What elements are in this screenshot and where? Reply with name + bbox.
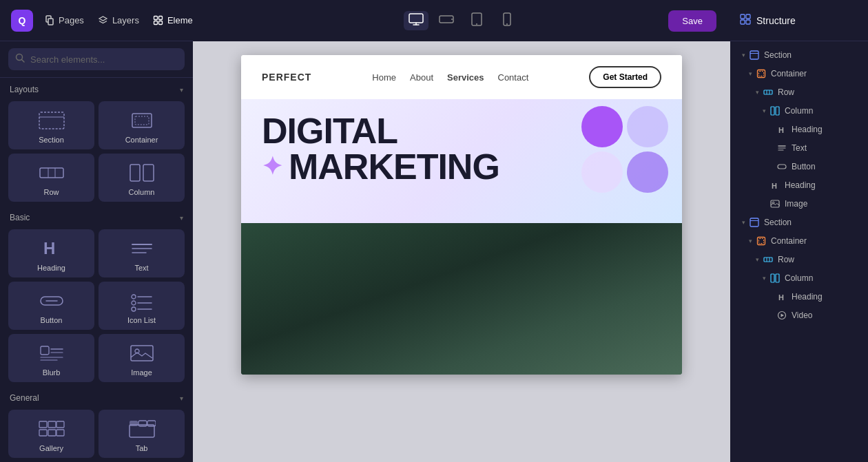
svg-rect-85: [778, 165, 786, 169]
tree-item-container-1[interactable]: ▾ Container: [733, 65, 865, 83]
gallery-element-icon: [38, 418, 65, 440]
element-text[interactable]: Text: [99, 229, 185, 277]
svg-rect-76: [764, 90, 772, 94]
image-tree-icon: [769, 198, 781, 210]
search-input[interactable]: [30, 54, 178, 65]
nav-link-services[interactable]: Services: [447, 72, 484, 83]
canvas-frame: PERFECT Home About Services Contact Get …: [241, 55, 682, 375]
layouts-grid: Section Container: [0, 98, 193, 206]
tree-item-row-2[interactable]: ▾ Row: [733, 251, 865, 269]
nav-item-layers[interactable]: Layers: [92, 12, 145, 30]
svg-text:H: H: [43, 239, 55, 258]
element-row[interactable]: Row: [8, 154, 94, 202]
desktop-device-btn[interactable]: [404, 11, 428, 30]
svg-rect-68: [741, 14, 745, 19]
element-container[interactable]: Container: [99, 101, 185, 149]
section-tree-icon: [748, 49, 761, 61]
svg-rect-72: [750, 51, 758, 59]
nav-link-home[interactable]: Home: [372, 72, 396, 83]
element-tab[interactable]: Tab: [99, 410, 185, 458]
heading-tree-icon-3: H: [776, 291, 788, 303]
tree-label-container-1: Container: [771, 69, 860, 78]
tree-item-container-2[interactable]: ▾ Container: [733, 232, 865, 250]
svg-rect-5: [159, 21, 163, 25]
basic-label: Basic: [10, 213, 30, 222]
tree-item-section-1[interactable]: ▾ Section: [733, 46, 865, 64]
svg-rect-93: [764, 258, 772, 262]
svg-point-65: [428, 338, 453, 349]
tree-item-heading-2[interactable]: ▾ H Heading: [733, 176, 865, 194]
svg-point-54: [506, 23, 508, 25]
elements-panel: Layouts ▾ Section: [0, 78, 193, 462]
hero-line2: ✦ MARKETING: [262, 149, 661, 185]
column-tree-icon-2: [769, 272, 781, 284]
element-icon-list[interactable]: Icon List: [99, 282, 185, 330]
tablet-landscape-device-btn[interactable]: [434, 11, 459, 30]
basic-section-header[interactable]: Basic ▾: [0, 206, 193, 227]
image-element-label: Image: [131, 368, 152, 377]
column-element-icon: [128, 162, 156, 184]
layouts-section-header[interactable]: Layouts ▾: [0, 78, 193, 98]
container-tree-icon: [755, 67, 767, 80]
tree-item-heading-3[interactable]: ▾ H Heading: [733, 288, 865, 306]
tree-label-video-1: Video: [792, 311, 860, 320]
section-element-icon: [38, 109, 65, 132]
svg-rect-70: [741, 20, 745, 24]
svg-point-50: [451, 19, 453, 20]
tree-item-section-2[interactable]: ▾ Section: [733, 213, 865, 231]
svg-point-57: [441, 302, 468, 337]
heading-tree-icon: H: [776, 123, 788, 136]
save-button[interactable]: Save: [668, 10, 716, 32]
tree-item-video-1[interactable]: ▾ Video: [733, 306, 865, 324]
element-button[interactable]: Button: [8, 282, 94, 330]
site-cta-button[interactable]: Get Started: [589, 66, 661, 88]
container-element-label: Container: [125, 136, 158, 144]
row-tree-icon: [762, 86, 774, 98]
search-icon: [15, 53, 25, 65]
element-gallery[interactable]: Gallery: [8, 410, 94, 458]
svg-rect-46: [409, 14, 423, 23]
tablet-device-btn[interactable]: [464, 11, 489, 30]
heading-element-label: Heading: [37, 264, 65, 272]
layouts-arrow: ▾: [180, 86, 183, 94]
element-blurb[interactable]: Blurb: [8, 334, 94, 382]
element-column[interactable]: Column: [99, 154, 185, 202]
row-element-label: Row: [43, 188, 59, 196]
svg-rect-80: [776, 107, 779, 115]
svg-rect-41: [56, 430, 64, 436]
tree-item-button-1[interactable]: ▾ Button: [733, 158, 865, 176]
general-arrow: ▾: [180, 395, 183, 402]
svg-line-7: [22, 60, 25, 63]
site-nav: PERFECT Home About Services Contact Get …: [241, 55, 682, 99]
nav-link-about[interactable]: About: [410, 72, 433, 83]
svg-rect-37: [48, 421, 56, 428]
tree-label-heading-2: Heading: [785, 180, 860, 190]
element-section[interactable]: Section: [8, 101, 94, 149]
general-section-header[interactable]: General ▾: [0, 386, 193, 407]
nav-link-contact[interactable]: Contact: [498, 72, 529, 83]
tree-item-image-1[interactable]: ▾ Image: [733, 195, 865, 213]
app-logo[interactable]: Q: [11, 10, 33, 32]
tree-label-heading-3: Heading: [792, 292, 860, 302]
nav-item-pages[interactable]: Pages: [39, 12, 90, 30]
tree-item-column-1[interactable]: ▾ Column: [733, 102, 865, 120]
element-image[interactable]: Image: [99, 334, 185, 382]
svg-rect-3: [159, 17, 163, 20]
element-heading[interactable]: H Heading: [8, 229, 94, 277]
search-bar: [0, 41, 193, 78]
mobile-device-btn[interactable]: [495, 11, 519, 30]
tree-item-row-1[interactable]: ▾ Row: [733, 83, 865, 101]
image-element-icon: [128, 342, 156, 364]
search-input-wrap[interactable]: [8, 48, 185, 70]
tree-item-text-1[interactable]: ▾ Text: [733, 139, 865, 157]
tree-arrow: ▾: [745, 238, 755, 244]
tree-arrow: ▾: [752, 256, 762, 263]
tree-item-heading-1[interactable]: ▾ H Heading: [733, 120, 865, 138]
hero-line1: DIGITAL: [262, 113, 661, 149]
general-label: General: [10, 393, 39, 403]
row-element-icon: [38, 162, 65, 184]
layers-label: Layers: [112, 15, 139, 25]
basic-grid: H Heading Text: [0, 227, 193, 386]
tree-item-column-2[interactable]: ▾ Column: [733, 269, 865, 287]
svg-rect-56: [365, 264, 558, 375]
